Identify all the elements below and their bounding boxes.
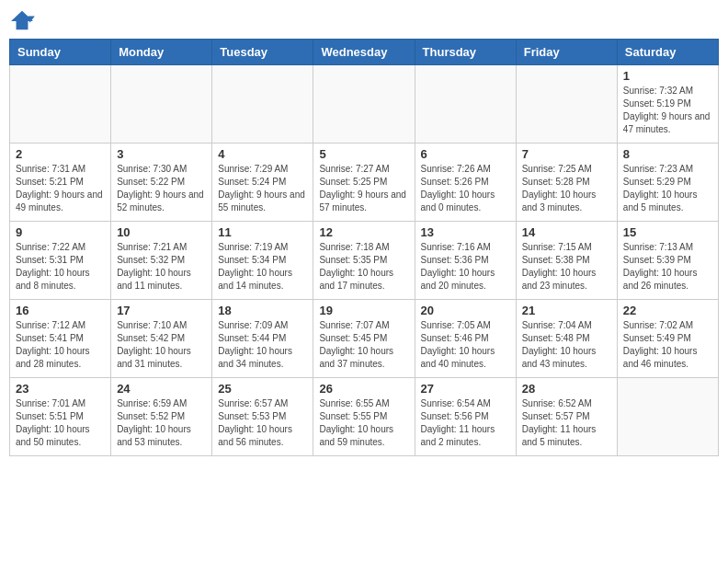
day-number: 7 xyxy=(522,147,611,161)
calendar-cell: 10Sunrise: 7:21 AM Sunset: 5:32 PM Dayli… xyxy=(111,222,212,300)
day-number: 27 xyxy=(421,382,510,396)
day-number: 10 xyxy=(117,225,206,239)
calendar-cell xyxy=(415,65,516,144)
day-info: Sunrise: 7:15 AM Sunset: 5:38 PM Dayligh… xyxy=(522,241,611,293)
day-info: Sunrise: 7:18 AM Sunset: 5:35 PM Dayligh… xyxy=(319,241,408,293)
calendar-cell: 7Sunrise: 7:25 AM Sunset: 5:28 PM Daylig… xyxy=(516,144,617,222)
day-number: 5 xyxy=(319,147,408,161)
weekday-header-thursday: Thursday xyxy=(415,40,516,65)
day-number: 15 xyxy=(623,225,712,239)
day-number: 12 xyxy=(319,225,408,239)
calendar-cell: 5Sunrise: 7:27 AM Sunset: 5:25 PM Daylig… xyxy=(313,144,415,222)
calendar-cell: 3Sunrise: 7:30 AM Sunset: 5:22 PM Daylig… xyxy=(111,144,212,222)
day-number: 26 xyxy=(319,382,408,396)
day-info: Sunrise: 7:26 AM Sunset: 5:26 PM Dayligh… xyxy=(421,163,510,214)
day-info: Sunrise: 7:31 AM Sunset: 5:21 PM Dayligh… xyxy=(16,163,105,214)
day-info: Sunrise: 7:09 AM Sunset: 5:44 PM Dayligh… xyxy=(218,319,307,371)
calendar-cell: 20Sunrise: 7:05 AM Sunset: 5:46 PM Dayli… xyxy=(415,300,516,378)
day-info: Sunrise: 7:05 AM Sunset: 5:46 PM Dayligh… xyxy=(421,319,510,371)
day-number: 8 xyxy=(623,147,712,161)
day-number: 25 xyxy=(218,382,307,396)
day-number: 3 xyxy=(117,147,206,161)
calendar-cell: 22Sunrise: 7:02 AM Sunset: 5:49 PM Dayli… xyxy=(617,300,718,378)
weekday-header-friday: Friday xyxy=(516,40,617,65)
week-row-4: 23Sunrise: 7:01 AM Sunset: 5:51 PM Dayli… xyxy=(10,378,719,456)
calendar-cell: 17Sunrise: 7:10 AM Sunset: 5:42 PM Dayli… xyxy=(111,300,212,378)
day-info: Sunrise: 6:59 AM Sunset: 5:52 PM Dayligh… xyxy=(117,397,206,449)
day-info: Sunrise: 7:12 AM Sunset: 5:41 PM Dayligh… xyxy=(16,319,105,371)
day-number: 11 xyxy=(218,225,307,239)
weekday-header-tuesday: Tuesday xyxy=(212,40,313,65)
day-number: 22 xyxy=(623,304,712,317)
calendar-cell: 6Sunrise: 7:26 AM Sunset: 5:26 PM Daylig… xyxy=(415,144,516,222)
calendar-cell: 13Sunrise: 7:16 AM Sunset: 5:36 PM Dayli… xyxy=(415,222,516,300)
calendar-header: SundayMondayTuesdayWednesdayThursdayFrid… xyxy=(10,40,719,65)
day-info: Sunrise: 7:23 AM Sunset: 5:29 PM Dayligh… xyxy=(623,163,712,214)
calendar-cell: 14Sunrise: 7:15 AM Sunset: 5:38 PM Dayli… xyxy=(516,222,617,300)
calendar-cell: 26Sunrise: 6:55 AM Sunset: 5:55 PM Dayli… xyxy=(313,378,415,456)
day-number: 20 xyxy=(421,304,510,317)
calendar-cell xyxy=(516,65,617,144)
day-number: 17 xyxy=(117,304,206,317)
calendar-cell: 21Sunrise: 7:04 AM Sunset: 5:48 PM Dayli… xyxy=(516,300,617,378)
day-info: Sunrise: 7:01 AM Sunset: 5:51 PM Dayligh… xyxy=(16,397,105,449)
day-info: Sunrise: 7:10 AM Sunset: 5:42 PM Dayligh… xyxy=(117,319,206,371)
calendar-cell: 15Sunrise: 7:13 AM Sunset: 5:39 PM Dayli… xyxy=(617,222,718,300)
day-number: 16 xyxy=(16,304,105,317)
calendar-cell: 11Sunrise: 7:19 AM Sunset: 5:34 PM Dayli… xyxy=(212,222,313,300)
calendar-cell: 19Sunrise: 7:07 AM Sunset: 5:45 PM Dayli… xyxy=(313,300,415,378)
day-number: 23 xyxy=(16,382,105,396)
page-header xyxy=(9,9,719,31)
weekday-header-saturday: Saturday xyxy=(617,40,718,65)
calendar-cell: 12Sunrise: 7:18 AM Sunset: 5:35 PM Dayli… xyxy=(313,222,415,300)
day-info: Sunrise: 7:22 AM Sunset: 5:31 PM Dayligh… xyxy=(16,241,105,293)
calendar-table: SundayMondayTuesdayWednesdayThursdayFrid… xyxy=(9,39,719,456)
day-info: Sunrise: 7:04 AM Sunset: 5:48 PM Dayligh… xyxy=(522,319,611,371)
week-row-2: 9Sunrise: 7:22 AM Sunset: 5:31 PM Daylig… xyxy=(10,222,719,300)
day-info: Sunrise: 6:54 AM Sunset: 5:56 PM Dayligh… xyxy=(421,397,510,449)
day-number: 18 xyxy=(218,304,307,317)
calendar-cell xyxy=(111,65,212,144)
day-number: 28 xyxy=(522,382,611,396)
day-number: 9 xyxy=(16,225,105,239)
day-info: Sunrise: 6:55 AM Sunset: 5:55 PM Dayligh… xyxy=(319,397,408,449)
logo xyxy=(9,9,39,31)
day-number: 2 xyxy=(16,147,105,161)
logo-icon xyxy=(9,9,35,31)
calendar-cell: 2Sunrise: 7:31 AM Sunset: 5:21 PM Daylig… xyxy=(10,144,111,222)
day-number: 19 xyxy=(319,304,408,317)
calendar-cell: 24Sunrise: 6:59 AM Sunset: 5:52 PM Dayli… xyxy=(111,378,212,456)
weekday-header-row: SundayMondayTuesdayWednesdayThursdayFrid… xyxy=(10,40,719,65)
week-row-1: 2Sunrise: 7:31 AM Sunset: 5:21 PM Daylig… xyxy=(10,144,719,222)
calendar-cell: 18Sunrise: 7:09 AM Sunset: 5:44 PM Dayli… xyxy=(212,300,313,378)
week-row-3: 16Sunrise: 7:12 AM Sunset: 5:41 PM Dayli… xyxy=(10,300,719,378)
day-info: Sunrise: 7:13 AM Sunset: 5:39 PM Dayligh… xyxy=(623,241,712,293)
day-number: 1 xyxy=(623,69,712,83)
day-number: 13 xyxy=(421,225,510,239)
calendar-cell: 27Sunrise: 6:54 AM Sunset: 5:56 PM Dayli… xyxy=(415,378,516,456)
day-info: Sunrise: 7:07 AM Sunset: 5:45 PM Dayligh… xyxy=(319,319,408,371)
day-info: Sunrise: 7:32 AM Sunset: 5:19 PM Dayligh… xyxy=(623,85,712,136)
calendar-cell: 25Sunrise: 6:57 AM Sunset: 5:53 PM Dayli… xyxy=(212,378,313,456)
day-info: Sunrise: 7:27 AM Sunset: 5:25 PM Dayligh… xyxy=(319,163,408,214)
day-info: Sunrise: 6:57 AM Sunset: 5:53 PM Dayligh… xyxy=(218,397,307,449)
day-number: 24 xyxy=(117,382,206,396)
day-number: 6 xyxy=(421,147,510,161)
calendar-cell: 23Sunrise: 7:01 AM Sunset: 5:51 PM Dayli… xyxy=(10,378,111,456)
calendar-cell: 8Sunrise: 7:23 AM Sunset: 5:29 PM Daylig… xyxy=(617,144,718,222)
day-info: Sunrise: 7:25 AM Sunset: 5:28 PM Dayligh… xyxy=(522,163,611,214)
calendar-cell xyxy=(10,65,111,144)
day-number: 14 xyxy=(522,225,611,239)
week-row-0: 1Sunrise: 7:32 AM Sunset: 5:19 PM Daylig… xyxy=(10,65,719,144)
calendar-cell: 28Sunrise: 6:52 AM Sunset: 5:57 PM Dayli… xyxy=(516,378,617,456)
day-number: 4 xyxy=(218,147,307,161)
day-info: Sunrise: 7:21 AM Sunset: 5:32 PM Dayligh… xyxy=(117,241,206,293)
day-info: Sunrise: 7:30 AM Sunset: 5:22 PM Dayligh… xyxy=(117,163,206,214)
weekday-header-monday: Monday xyxy=(111,40,212,65)
calendar-cell: 16Sunrise: 7:12 AM Sunset: 5:41 PM Dayli… xyxy=(10,300,111,378)
calendar-cell: 1Sunrise: 7:32 AM Sunset: 5:19 PM Daylig… xyxy=(617,65,718,144)
day-number: 21 xyxy=(522,304,611,317)
calendar-cell xyxy=(617,378,718,456)
day-info: Sunrise: 7:29 AM Sunset: 5:24 PM Dayligh… xyxy=(218,163,307,214)
day-info: Sunrise: 7:19 AM Sunset: 5:34 PM Dayligh… xyxy=(218,241,307,293)
